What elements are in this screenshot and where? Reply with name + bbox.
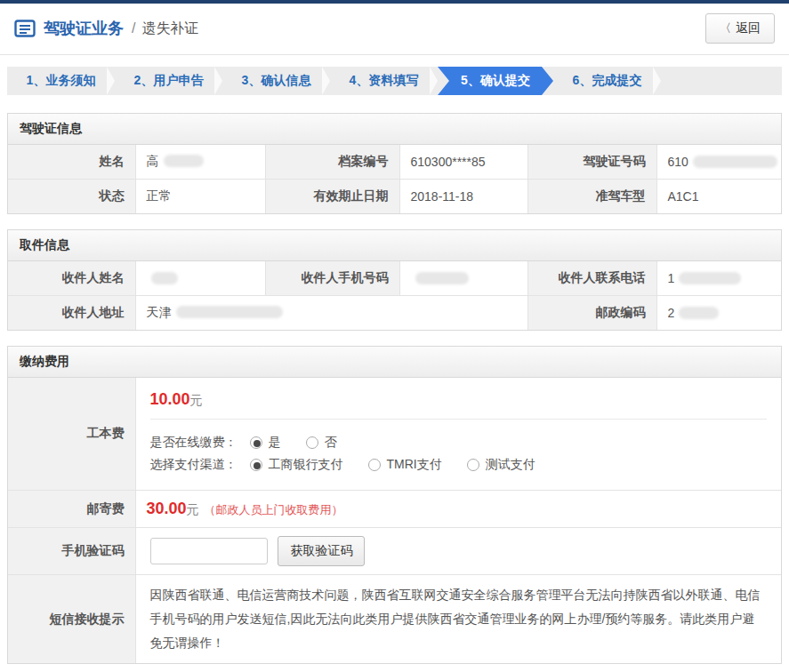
license-info-table: 姓名 高 档案编号 610300****85 驾驶证号码 610 状态 正常 有… [8, 145, 781, 213]
recipient-phone-label: 收件人联系电话 [527, 261, 656, 296]
valid-until-value: 2018-11-18 [399, 180, 527, 214]
option-label: 否 [325, 435, 337, 451]
step-1-business-notice: 1、业务须知 [7, 67, 115, 95]
table-row: 姓名 高 档案编号 610300****85 驾驶证号码 610 [8, 145, 781, 180]
production-fee-label: 工本费 [8, 378, 135, 491]
option-label: 是 [269, 435, 281, 451]
name-label: 姓名 [8, 145, 135, 180]
status-label: 状态 [8, 180, 135, 214]
option-label: 工商银行支付 [269, 457, 343, 473]
table-row: 邮寄费 30.00元（邮政人员上门收取费用） [8, 491, 781, 528]
postage-fee-unit: 元 [187, 502, 199, 516]
back-button-label: 返回 [736, 20, 761, 36]
step-label: 4、资料填写 [350, 73, 419, 89]
page-header: 驾驶证业务 / 遗失补证 〈 返回 [0, 4, 789, 55]
step-progress-bar: 1、业务须知 2、用户申告 3、确认信息 4、资料填写 5、确认提交 6、完成提… [7, 67, 782, 95]
pickup-info-table: 收件人姓名 收件人手机号码 收件人联系电话 1 收件人地址 天津 邮政编码 2 [8, 261, 781, 330]
step-bar-filler [661, 67, 782, 95]
postage-fee-note: （邮政人员上门收取费用） [205, 503, 343, 516]
pickup-section-title: 取件信息 [8, 230, 781, 261]
production-fee-cell: 10.00元 是否在线缴费： 是 否 选择支付渠道： 工商银行支付 TMRI支付… [135, 378, 781, 491]
redacted-value [151, 272, 178, 284]
option-label: 测试支付 [486, 457, 535, 473]
table-row: 短信接收提示 因陕西省联通、电信运营商技术问题，陕西省互联网交通安全综合服务管理… [8, 575, 781, 664]
valid-until-label: 有效期止日期 [265, 180, 399, 214]
production-fee-amount-line: 10.00元 [150, 378, 768, 419]
recipient-phone-value: 1 [656, 261, 781, 296]
name-value: 高 [135, 145, 265, 180]
postal-code-value: 2 [656, 296, 781, 331]
recipient-address-label: 收件人地址 [8, 296, 135, 331]
redacted-value [415, 272, 469, 284]
online-payment-question-row: 是否在线缴费： 是 否 [150, 435, 768, 451]
get-verification-code-button[interactable]: 获取验证码 [278, 536, 365, 566]
radio-unselected-icon[interactable] [306, 436, 318, 449]
production-fee-unit: 元 [190, 393, 203, 407]
recipient-address-value: 天津 [135, 296, 527, 331]
channel-tmri-option[interactable]: TMRI支付 [368, 457, 442, 473]
vehicle-class-value: A1C1 [656, 180, 781, 214]
step-6-complete-submit: 6、完成提交 [553, 67, 661, 95]
file-no-label: 档案编号 [265, 145, 399, 180]
redacted-value [679, 307, 719, 319]
step-label: 1、业务须知 [27, 73, 96, 89]
breadcrumb-separator: / [132, 20, 135, 36]
redacted-value [164, 155, 204, 167]
back-button[interactable]: 〈 返回 [705, 13, 775, 44]
step-2-user-declaration: 2、用户申告 [115, 67, 222, 95]
table-row: 工本费 10.00元 是否在线缴费： 是 否 选择支付渠道： 工商银行支付 TM… [8, 378, 781, 491]
channel-test-option[interactable]: 测试支付 [467, 457, 535, 473]
step-label: 2、用户申告 [134, 73, 204, 89]
license-info-panel: 驾驶证信息 姓名 高 档案编号 610300****85 驾驶证号码 610 状… [7, 113, 782, 214]
radio-selected-icon[interactable] [250, 459, 262, 471]
redacted-value [679, 272, 741, 284]
pickup-info-panel: 取件信息 收件人姓名 收件人手机号码 收件人联系电话 1 收件人地址 天津 邮政… [7, 229, 782, 331]
breadcrumb-current: 遗失补证 [141, 20, 198, 38]
title-area: 驾驶证业务 / 遗失补证 [14, 18, 198, 39]
sms-tip-text: 因陕西省联通、电信运营商技术问题，陕西省互联网交通安全综合服务管理平台无法向持陕… [135, 575, 781, 664]
table-row: 收件人地址 天津 邮政编码 2 [8, 296, 781, 331]
page-title: 驾驶证业务 [44, 18, 124, 39]
online-payment-question: 是否在线缴费： [150, 435, 238, 451]
recipient-name-value [135, 261, 265, 296]
postage-fee-cell: 30.00元（邮政人员上门收取费用） [135, 491, 781, 528]
radio-unselected-icon[interactable] [467, 459, 479, 471]
radio-unselected-icon[interactable] [368, 459, 381, 471]
menu-list-icon [14, 20, 36, 37]
fees-section-title: 缴纳费用 [8, 347, 781, 378]
license-section-title: 驾驶证信息 [8, 114, 781, 145]
online-no-option[interactable]: 否 [306, 435, 337, 451]
recipient-name-label: 收件人姓名 [8, 261, 135, 296]
captcha-cell: 获取验证码 [135, 528, 781, 575]
step-label: 6、完成提交 [573, 73, 642, 89]
step-label: 5、确认提交 [461, 73, 530, 89]
file-no-value: 610300****85 [399, 145, 527, 180]
step-4-fill-data: 4、资料填写 [330, 67, 438, 95]
captcha-label: 手机验证码 [8, 528, 135, 575]
captcha-input[interactable] [150, 538, 268, 564]
sms-tip-label: 短信接收提示 [8, 575, 135, 664]
payment-channel-question-row: 选择支付渠道： 工商银行支付 TMRI支付 测试支付 [150, 457, 768, 473]
payment-fees-panel: 缴纳费用 工本费 10.00元 是否在线缴费： 是 否 选择支付渠道： [7, 346, 782, 664]
postage-fee-amount: 30.00 [147, 500, 187, 517]
table-row: 状态 正常 有效期止日期 2018-11-18 准驾车型 A1C1 [8, 180, 781, 214]
table-row: 手机验证码 获取验证码 [8, 528, 781, 575]
table-row: 收件人姓名 收件人手机号码 收件人联系电话 1 [8, 261, 781, 296]
payment-channel-question: 选择支付渠道： [150, 457, 238, 473]
postage-fee-label: 邮寄费 [8, 491, 135, 528]
channel-icbc-option[interactable]: 工商银行支付 [250, 457, 343, 473]
license-no-label: 驾驶证号码 [527, 145, 656, 180]
payment-options: 是否在线缴费： 是 否 选择支付渠道： 工商银行支付 TMRI支付 测试支付 [150, 420, 768, 490]
redacted-value [693, 156, 777, 168]
status-value: 正常 [135, 180, 265, 214]
recipient-mobile-value [399, 261, 527, 296]
online-yes-option[interactable]: 是 [250, 435, 281, 451]
back-chevron-icon: 〈 [720, 20, 731, 36]
production-fee-amount: 10.00 [150, 390, 190, 408]
license-no-value: 610 [656, 145, 781, 180]
step-label: 3、确认信息 [242, 73, 311, 89]
vehicle-class-label: 准驾车型 [527, 180, 656, 214]
step-5-confirm-submit-active: 5、确认提交 [438, 67, 553, 95]
radio-selected-icon[interactable] [250, 436, 262, 449]
postal-code-label: 邮政编码 [527, 296, 656, 331]
